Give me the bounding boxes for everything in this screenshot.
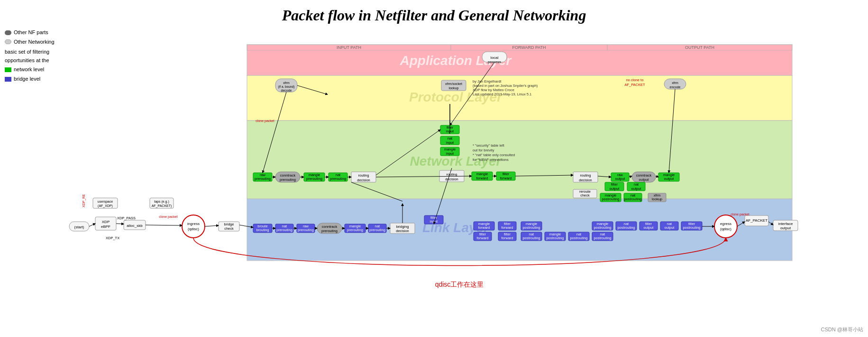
egress-qdisc-node: egress [720, 222, 731, 226]
conntrack-prerouting-link-node: conntrack [321, 225, 337, 229]
svg-text:input: input [446, 140, 454, 145]
legend: Other NF parts Other Networking basic se… [5, 28, 81, 84]
svg-text:input: input [446, 151, 454, 156]
svg-text:XDP flow by Matteo Croce: XDP flow by Matteo Croce [473, 88, 514, 92]
svg-text:prerouting: prerouting [276, 228, 292, 232]
legend-label-network-level: network level [14, 66, 44, 74]
svg-point-121 [714, 215, 737, 238]
local-process-node: local [490, 56, 498, 60]
svg-text:output: output [615, 177, 625, 181]
filter-output-node: filter [611, 182, 618, 187]
svg-text:out for brevity: out for brevity [473, 148, 494, 152]
taps-afpacket-node: taps (e.g.) [154, 200, 169, 204]
svg-line-129 [205, 225, 219, 226]
svg-text:lookup: lookup [448, 86, 458, 90]
bridging-decision-node: bridging [396, 225, 409, 229]
legend-icon-dark [5, 30, 11, 35]
svg-text:decode: decode [281, 89, 292, 92]
svg-text:output: output [631, 187, 641, 191]
page-title: Packet flow in Netfilter and General Net… [5, 7, 863, 24]
svg-text:prerouting: prerouting [255, 177, 271, 181]
clone-packet-left-label: clone packet [159, 215, 177, 219]
svg-point-23 [182, 215, 205, 238]
svg-text:prerouting: prerouting [347, 228, 363, 232]
legend-icon-light [5, 39, 11, 44]
legend-item-network-level: network level [5, 66, 81, 74]
svg-text:postrouting: postrouting [522, 236, 540, 240]
svg-text:prerouting: prerouting [298, 228, 314, 232]
nat-input-node: nat [447, 136, 452, 140]
svg-text:check: check [580, 193, 590, 197]
svg-text:forward: forward [500, 176, 512, 180]
svg-text:* "nat" table only consulted: * "nat" table only consulted [473, 153, 515, 157]
author-note: by Jan Engelhardt [473, 79, 502, 84]
svg-text:forward: forward [501, 236, 513, 240]
svg-rect-2 [247, 121, 792, 199]
svg-text:forward: forward [478, 225, 490, 230]
svg-line-126 [89, 224, 95, 226]
svg-text:(AF_XDP): (AF_XDP) [98, 204, 113, 208]
svg-text:postrouting: postrouting [594, 236, 611, 240]
afpacket-right-node: AF_PACKET [745, 218, 767, 223]
xdp-redirect-label: XDP_RE [82, 194, 86, 207]
svg-line-127 [116, 224, 124, 224]
svg-text:postrouting: postrouting [546, 236, 564, 240]
no-clone-label: no clone to [626, 78, 643, 82]
svg-text:brouting: brouting [256, 228, 269, 232]
svg-text:process: process [487, 60, 501, 64]
svg-text:encode: encode [669, 85, 680, 89]
svg-text:eBPF: eBPF [101, 225, 110, 229]
svg-text:(qdisc): (qdisc) [187, 227, 199, 231]
xdp-ebpf-node: XDP [101, 220, 109, 224]
legend-item-bridge-level: bridge level [5, 75, 81, 84]
clone-packet-right-label: clone packet [731, 213, 749, 216]
svg-text:postrouting: postrouting [522, 225, 540, 230]
xdp-tx-label: XDP_TX [106, 236, 119, 240]
svg-text:decision: decision [357, 178, 370, 182]
svg-text:check: check [224, 226, 234, 231]
svg-text:lookup: lookup [651, 197, 662, 201]
conntrack-prerouting-node: conntrack [280, 173, 295, 178]
xfrm-encode-node: xfrm [672, 81, 678, 84]
mangle-forward-node: mangle [476, 172, 488, 176]
input-path-label: INPUT PATH [336, 45, 361, 50]
security-note: * "security" table left [473, 143, 505, 148]
csdn-watermark: CSDN @林哥小站 [821, 326, 863, 333]
svg-text:prerouting: prerouting [369, 228, 385, 232]
legend-label-bridge-level: bridge level [14, 75, 40, 84]
svg-text:output: output [664, 225, 675, 230]
mangle-input-node: mangle [444, 147, 456, 151]
svg-text:AF_PACKET): AF_PACKET) [151, 204, 172, 208]
xdp-pass-label: XDP_PASS [117, 216, 136, 220]
svg-text:prerouting: prerouting [306, 177, 322, 181]
routing-decision-output-node: routing [580, 173, 591, 178]
conntrack-output-node: conntrack [636, 173, 651, 178]
svg-text:output: output [664, 177, 674, 181]
svg-text:output: output [639, 178, 649, 182]
legend-icon-green [5, 67, 11, 72]
legend-filtering-text: basic set of filtering opportunities at … [5, 48, 81, 65]
xfrm-socket-lookup-node: xfrm/socket [445, 82, 462, 85]
svg-text:(if a. bound): (if a. bound) [278, 85, 294, 89]
interface-output-node: interface [778, 222, 793, 226]
start-node: (start) [74, 225, 84, 229]
output-path-label: OUTPUT PATH [685, 45, 714, 50]
filter-forward-node: filter [502, 172, 509, 176]
svg-text:postrouting: postrouting [570, 236, 587, 240]
clone-packet-protocol-label: clone packet [256, 119, 274, 123]
svg-text:Last updated 2019-May-19, Linu: Last updated 2019-May-19, Linux 5.1 [473, 92, 531, 96]
legend-label-nf-parts: Other NF parts [14, 28, 48, 37]
svg-text:forward: forward [501, 225, 513, 230]
legend-item-nf-parts: Other NF parts [5, 28, 81, 37]
legend-item-networking: Other Networking [5, 38, 81, 47]
alloc-skb-node: alloc_skb [127, 224, 143, 228]
nat-output-node: nat [633, 182, 639, 187]
routing-decision-left-node: routing [358, 173, 369, 178]
page-container: Packet flow in Netfilter and General Net… [0, 0, 868, 337]
svg-text:postrouting: postrouting [624, 197, 641, 201]
svg-text:for "NEW" connections: for "NEW" connections [473, 158, 509, 162]
svg-line-128 [146, 225, 182, 225]
svg-text:forward: forward [476, 176, 488, 180]
routing-decision-network-node: routing [446, 172, 457, 177]
legend-label-networking: Other Networking [14, 38, 55, 47]
